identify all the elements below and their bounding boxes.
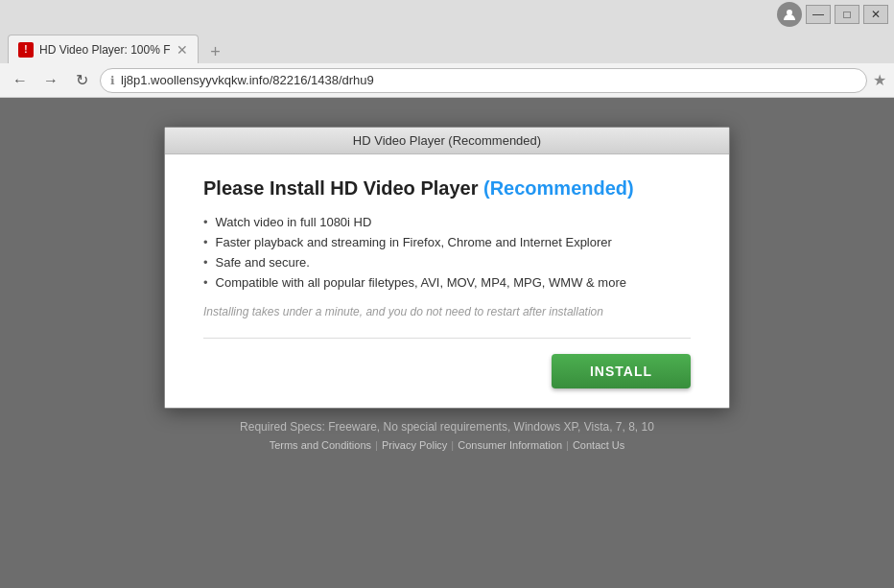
installer-body: Please Install HD Video Player (Recommen… [165,154,729,408]
install-note: Installing takes under a minute, and you… [203,305,691,318]
feature-item: Watch video in full 1080i HD [203,215,691,229]
forward-button[interactable]: → [38,68,63,93]
os-top-bar: — □ ✕ [0,0,894,29]
feature-item: Safe and secure. [203,255,691,270]
os-maximize-button[interactable]: □ [835,5,859,24]
tab-favicon: ! [18,42,34,58]
feature-item: Compatible with all popular filetypes, A… [203,275,691,290]
installer-header-title: HD Video Player (Recommended) [353,133,541,148]
footer-links: Terms and Conditions | Privacy Policy | … [240,439,654,451]
address-bar[interactable]: ℹ lj8p1.woollensyyvkqkw.info/82216/1438/… [100,68,867,93]
divider [203,338,691,339]
footer-specs: Required Specs: Freeware, No special req… [240,420,654,434]
bookmark-star-button[interactable]: ★ [873,71,886,89]
installer-title-main: Please Install HD Video Player [203,177,478,199]
feature-list: Watch video in full 1080i HD Faster play… [203,215,691,290]
installer-dialog: HD Video Player (Recommended) Please Ins… [164,127,730,409]
separator-2: | [451,439,454,451]
url-text: lj8p1.woollensyyvkqkw.info/82216/1438/dr… [121,73,857,87]
os-profile-icon[interactable] [777,2,802,27]
install-button-row: INSTALL [203,354,691,388]
lock-icon: ℹ [110,74,115,87]
tab-bar: ! HD Video Player: 100% F ✕ + [0,29,894,63]
page-footer: Required Specs: Freeware, No special req… [240,420,654,451]
os-minimize-button[interactable]: — [806,5,831,24]
feature-item: Faster playback and streaming in Firefox… [203,235,691,249]
nav-bar: ← → ↻ ℹ lj8p1.woollensyyvkqkw.info/82216… [0,63,894,98]
terms-link[interactable]: Terms and Conditions [270,439,371,451]
tab-close-button[interactable]: ✕ [176,43,188,57]
separator-1: | [375,439,378,451]
installer-title: Please Install HD Video Player (Recommen… [203,177,691,200]
tab-title-text: HD Video Player: 100% F [39,43,171,57]
os-close-button[interactable]: ✕ [863,5,888,24]
installer-title-recommended: (Recommended) [483,177,634,199]
page-content: HD Video Player (Recommended) Please Ins… [0,98,894,588]
consumer-info-link[interactable]: Consumer Information [458,439,562,451]
active-tab[interactable]: ! HD Video Player: 100% F ✕ [8,35,199,63]
privacy-link[interactable]: Privacy Policy [382,439,447,451]
new-tab-button[interactable]: + [202,40,229,63]
back-button[interactable]: ← [8,68,33,93]
reload-button[interactable]: ↻ [69,68,94,93]
installer-header: HD Video Player (Recommended) [165,128,729,154]
contact-us-link[interactable]: Contact Us [573,439,624,451]
install-button[interactable]: INSTALL [552,354,691,388]
browser-frame: ! HD Video Player: 100% F ✕ + ← → ↻ ℹ lj… [0,29,894,98]
separator-3: | [566,439,569,451]
